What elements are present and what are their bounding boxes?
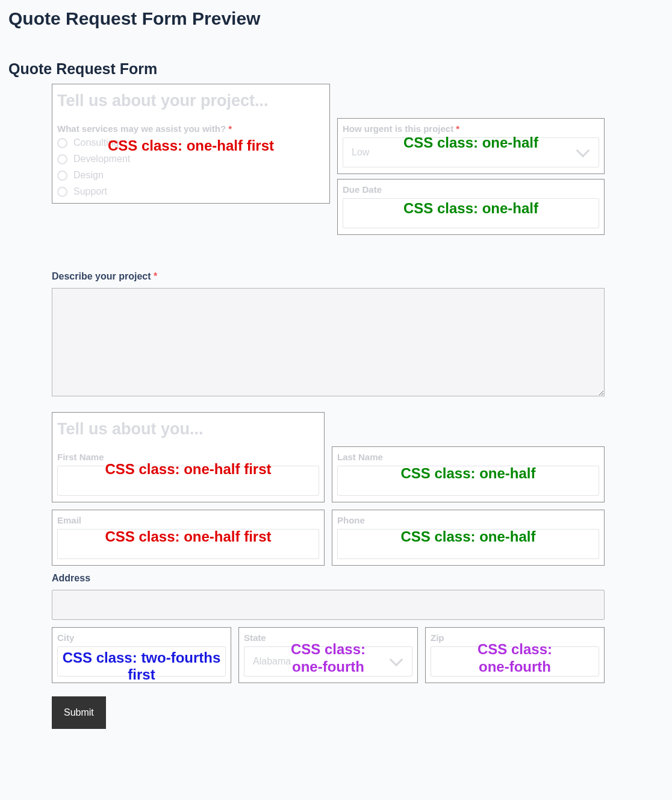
state-value: Alabama — [253, 656, 291, 667]
radio-label: Development — [73, 154, 130, 164]
last-name-input[interactable] — [337, 466, 599, 496]
zip-label: Zip — [431, 633, 599, 643]
email-label: Email — [57, 515, 319, 525]
radio-label: Consulting — [73, 137, 119, 148]
urgency-box: How urgent is this project * CSS class: … — [337, 118, 605, 174]
due-date-label: Due Date — [343, 184, 599, 195]
radio-option[interactable]: Design — [57, 170, 325, 181]
urgency-label: How urgent is this project * — [343, 123, 599, 134]
chevron-down-icon — [576, 144, 590, 158]
last-name-label: Last Name — [337, 452, 599, 462]
describe-label: Describe your project * — [52, 271, 605, 282]
state-label: State — [244, 633, 412, 643]
city-box: City CSS class: two-fourths first — [52, 627, 231, 683]
zip-box: Zip CSS class: one-fourth — [425, 627, 605, 683]
urgency-select[interactable]: Low — [343, 137, 599, 167]
radio-icon — [57, 187, 67, 197]
state-box: State CSS class: one-fourth Alabama — [238, 627, 418, 683]
section-heading-about: Tell us about you... — [57, 420, 319, 439]
first-name-input[interactable] — [57, 466, 319, 496]
services-box: Tell us about your project... What servi… — [52, 84, 330, 204]
first-name-label: First Name — [57, 452, 319, 462]
phone-box: Phone CSS class: one-half — [332, 510, 605, 566]
address-label: Address — [52, 573, 605, 584]
radio-option[interactable]: Consulting — [57, 137, 325, 148]
phone-label: Phone — [337, 515, 599, 525]
phone-input[interactable] — [337, 529, 599, 559]
radio-icon — [57, 138, 67, 148]
radio-option[interactable]: Development — [57, 154, 325, 164]
page-title: Quote Request Form Preview — [8, 8, 664, 29]
radio-option[interactable]: Support — [57, 186, 325, 197]
address-input[interactable] — [52, 590, 605, 620]
form-title: Quote Request Form — [8, 60, 664, 78]
city-input[interactable] — [57, 646, 226, 677]
describe-textarea[interactable] — [52, 288, 605, 396]
email-box: Email CSS class: one-half first — [52, 510, 325, 566]
due-date-input[interactable] — [343, 198, 599, 228]
section-heading-project: Tell us about your project... — [57, 92, 325, 110]
last-name-box: Last Name CSS class: one-half — [332, 446, 605, 502]
services-label: What services may we assist you with? * — [57, 123, 325, 134]
chevron-down-icon — [390, 653, 403, 667]
state-select[interactable]: Alabama — [244, 646, 412, 677]
due-date-box: Due Date CSS class: one-half — [337, 179, 605, 235]
zip-input[interactable] — [431, 646, 599, 677]
urgency-value: Low — [352, 147, 369, 158]
email-input[interactable] — [57, 529, 319, 559]
radio-icon — [57, 170, 67, 181]
radio-icon — [57, 154, 67, 164]
radio-label: Design — [73, 170, 104, 181]
first-name-box: Tell us about you... First Name CSS clas… — [52, 412, 325, 502]
radio-label: Support — [73, 186, 107, 197]
submit-button[interactable]: Submit — [52, 696, 106, 729]
city-label: City — [57, 633, 226, 643]
